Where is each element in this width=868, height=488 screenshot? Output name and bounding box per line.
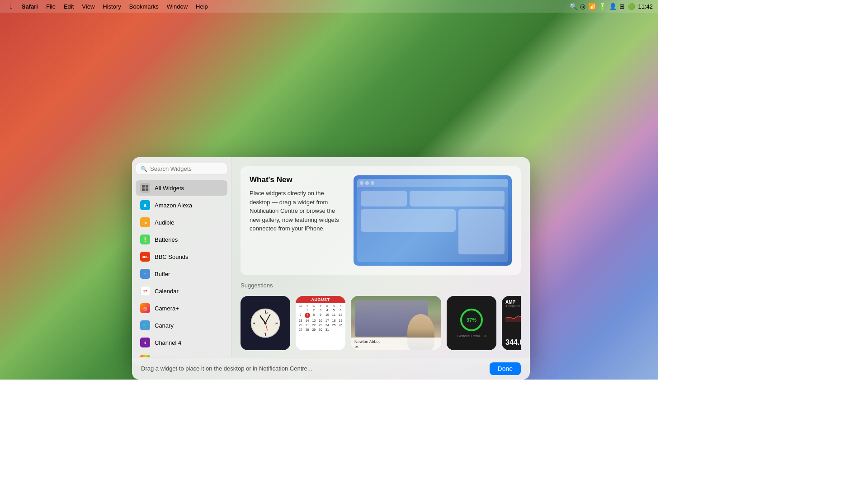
menu-edit[interactable]: Edit	[60, 2, 77, 11]
cal-day-20: 20	[297, 323, 304, 327]
calendar-icon: 17	[140, 286, 150, 296]
search-icon[interactable]: 🔍	[570, 3, 577, 10]
cal-day-6: 6	[337, 308, 344, 312]
canary-icon: 🐦	[140, 320, 150, 330]
cal-day-22: 22	[311, 323, 317, 327]
amazon-alexa-label: Amazon Alexa	[155, 202, 192, 209]
cal-day-18: 18	[331, 319, 337, 323]
calendar-widget-card[interactable]: AUGUST M T W T F S S 1 2	[296, 296, 345, 350]
cal-day-3: 3	[317, 308, 324, 312]
all-widgets-label: All Widgets	[155, 185, 184, 192]
preview-dot-1	[360, 181, 363, 185]
menu-window[interactable]: Window	[163, 2, 191, 11]
sidebar-item-camera-plus[interactable]: ◎ Camera+	[136, 300, 227, 316]
clock-widget-card[interactable]: 12 3 6 9	[241, 296, 290, 350]
menu-help[interactable]: Help	[192, 2, 212, 11]
cal-day-26: 26	[337, 323, 344, 327]
buffer-icon: ≡	[140, 269, 150, 279]
whats-new-text: What's New Place widgets directly on the…	[250, 175, 344, 266]
widget-gallery-panel: 🔍 All Widgets a Amazon Alexa ◂ Audible	[132, 157, 530, 365]
svg-rect-2	[142, 188, 145, 191]
cal-day-27: 27	[297, 328, 304, 332]
siri-icon[interactable]: ◎	[580, 3, 585, 10]
amazon-alexa-icon: a	[140, 200, 150, 210]
stock-name: Ameriprise Fi...	[505, 305, 521, 308]
menu-bookmarks[interactable]: Bookmarks	[126, 2, 162, 11]
cal-day-16: 16	[317, 319, 324, 323]
sidebar: 🔍 All Widgets a Amazon Alexa ◂ Audible	[132, 157, 231, 365]
search-box[interactable]: 🔍	[136, 163, 227, 175]
svg-rect-3	[146, 188, 148, 191]
menu-safari[interactable]: Safari	[18, 2, 42, 11]
cal-day-9: 9	[317, 313, 324, 318]
menu-history[interactable]: History	[99, 2, 124, 11]
calendar-label: Calendar	[155, 288, 179, 295]
battery-icon[interactable]: 🔋	[599, 3, 606, 10]
bottom-bar: Drag a widget to place it on the desktop…	[132, 357, 530, 380]
photo-widget-card[interactable]: Newton Abbot ☁	[351, 296, 441, 350]
calendar-grid: M T W T F S S 1 2 3 4 5	[297, 305, 344, 332]
svg-point-12	[264, 322, 266, 324]
cal-day-7: 7	[297, 313, 304, 318]
sidebar-item-canary[interactable]: 🐦 Canary	[136, 318, 227, 333]
whats-new-preview	[354, 175, 512, 266]
suggestions-label: Suggestions	[241, 282, 521, 289]
whats-new-section: What's New Place widgets directly on the…	[241, 166, 521, 275]
memory-circle: 97%	[460, 309, 483, 331]
wifi-icon[interactable]: 📶	[588, 3, 596, 10]
whats-new-title: What's New	[250, 175, 344, 184]
menubar-left:  Safari File Edit View History Bookmark…	[5, 1, 570, 11]
audible-label: Audible	[155, 219, 174, 226]
cal-header-t: T	[304, 305, 311, 308]
weather-cloud-icon: ☁	[354, 344, 438, 348]
camera-plus-icon: ◎	[140, 303, 150, 313]
main-content: ✕ What's New Place widgets directly on t…	[231, 157, 530, 365]
cal-header-t2: T	[317, 305, 324, 308]
cal-day-12: 12	[337, 313, 344, 318]
sidebar-item-all-widgets[interactable]: All Widgets	[136, 180, 227, 196]
notification-icon[interactable]: 🟢	[627, 3, 635, 10]
sidebar-item-calendar[interactable]: 17 Calendar	[136, 283, 227, 299]
cal-day-1: 1	[304, 308, 311, 312]
cal-day-2: 2	[311, 308, 317, 312]
menu-view[interactable]: View	[78, 2, 98, 11]
audible-icon: ◂	[140, 217, 150, 227]
sidebar-item-channel-4[interactable]: 4 Channel 4	[136, 335, 227, 350]
apple-menu[interactable]: 	[5, 1, 17, 11]
channel-4-icon: 4	[140, 338, 150, 347]
sidebar-item-batteries[interactable]: 🔋 Batteries	[136, 232, 227, 247]
stock-ticker: AMP	[505, 300, 521, 305]
cal-day-8: 8	[311, 313, 317, 318]
cal-day-11: 11	[331, 313, 337, 318]
memory-label: General Remi... 0	[456, 334, 488, 338]
preview-dot-2	[365, 181, 369, 185]
weather-overlay: Newton Abbot ☁	[351, 338, 441, 350]
all-widgets-icon	[140, 183, 150, 193]
cal-day-15: 15	[311, 319, 317, 323]
calendar-body: M T W T F S S 1 2 3 4 5	[296, 303, 345, 333]
memory-widget-card[interactable]: 97% General Remi... 0	[447, 296, 496, 350]
svg-rect-0	[142, 185, 145, 188]
search-input[interactable]	[150, 165, 222, 172]
whats-new-container: ✕ What's New Place widgets directly on t…	[241, 166, 521, 275]
menubar-right: 🔍 ◎ 📶 🔋 👤 ⊞ 🟢 11:42	[570, 3, 653, 10]
sidebar-item-buffer[interactable]: ≡ Buffer	[136, 266, 227, 282]
done-button[interactable]: Done	[490, 362, 521, 375]
calendar-month-header: AUGUST	[296, 296, 345, 303]
sidebar-item-bbc-sounds[interactable]: BBC BBC Sounds	[136, 249, 227, 264]
control-center-icon[interactable]: ⊞	[619, 3, 625, 10]
account-icon[interactable]: 👤	[609, 3, 617, 10]
menu-file[interactable]: File	[42, 2, 59, 11]
preview-widget-3	[361, 209, 456, 232]
cal-day-28: 28	[304, 328, 311, 332]
sidebar-item-amazon-alexa[interactable]: a Amazon Alexa	[136, 197, 227, 213]
cal-day-10: 10	[324, 313, 330, 318]
preview-widget-2	[410, 191, 505, 206]
sidebar-item-audible[interactable]: ◂ Audible	[136, 215, 227, 230]
canary-label: Canary	[155, 322, 174, 329]
svg-text:9: 9	[254, 322, 255, 325]
cal-day-25: 25	[331, 323, 337, 327]
preview-widget-4	[458, 209, 505, 254]
stock-widget-card[interactable]: AMP Ameriprise Fi... -6.28 -1.79% 344.8	[502, 296, 521, 350]
search-icon: 🔍	[141, 166, 147, 172]
